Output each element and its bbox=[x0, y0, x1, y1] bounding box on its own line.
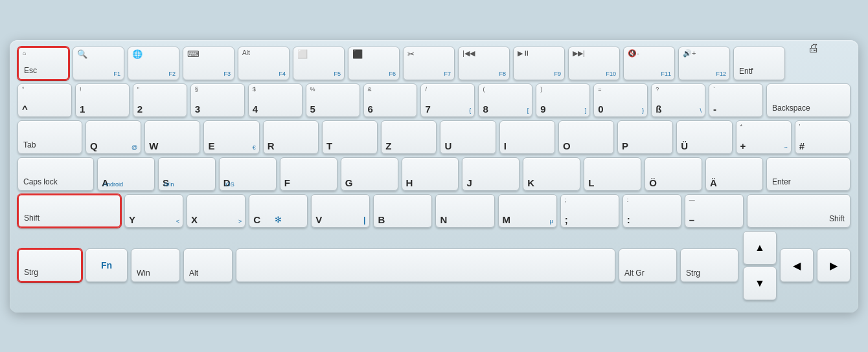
key-6[interactable]: & 6 bbox=[363, 83, 418, 117]
key-f2[interactable]: 🌐 F2 bbox=[128, 47, 179, 80]
key-esc[interactable]: ⌂ Esc bbox=[17, 47, 69, 80]
key-altgr[interactable]: Alt Gr bbox=[619, 248, 677, 282]
key-f12[interactable]: 🔊+ F12 bbox=[678, 47, 730, 80]
key-4[interactable]: $ 4 bbox=[248, 83, 303, 117]
key-win[interactable]: Win bbox=[131, 248, 180, 282]
printer-icon: 🖨 bbox=[808, 41, 819, 55]
function-key-row: ⌂ Esc 🔍 F1 🌐 F2 ⌨ F3 Alt F4 ⬜ F5 ⬛ F6 ✂ bbox=[17, 47, 851, 80]
key-l[interactable]: L bbox=[584, 157, 641, 191]
shift-key-row: Shift < Y > X ✻ C | V B N μ M ; ; bbox=[17, 194, 851, 228]
key-semicolon[interactable]: ; ; bbox=[560, 194, 619, 228]
key-q[interactable]: @ Q bbox=[86, 120, 141, 154]
key-f7[interactable]: ✂ F7 bbox=[403, 47, 455, 80]
key-space[interactable] bbox=[236, 248, 615, 282]
key-sharp-s[interactable]: ? \ ß bbox=[651, 83, 705, 117]
key-tab[interactable]: Tab bbox=[17, 120, 82, 154]
key-r[interactable]: R bbox=[263, 120, 319, 154]
key-strg-left[interactable]: Strg bbox=[17, 248, 82, 282]
key-m[interactable]: μ M bbox=[498, 194, 557, 228]
key-d[interactable]: iOS D bbox=[219, 157, 277, 191]
key-n[interactable]: N bbox=[435, 194, 494, 228]
key-caps-lock[interactable]: Caps lock bbox=[17, 157, 94, 191]
key-alt[interactable]: Alt bbox=[183, 248, 233, 282]
key-f10[interactable]: ▶▶| F10 bbox=[568, 47, 620, 80]
key-t[interactable]: T bbox=[322, 120, 378, 154]
key-entf[interactable]: Entf bbox=[733, 47, 785, 80]
key-oe[interactable]: Ö bbox=[645, 157, 702, 191]
qwerty-key-row: Tab @ Q W € E R T Z U I O P bbox=[17, 120, 851, 154]
key-arrow-down[interactable]: ▼ bbox=[743, 267, 777, 300]
key-e[interactable]: € E bbox=[203, 120, 259, 154]
key-0[interactable]: = } 0 bbox=[593, 83, 648, 117]
key-f8[interactable]: |◀◀ F8 bbox=[458, 47, 510, 80]
key-f[interactable]: F bbox=[280, 157, 337, 191]
key-plus[interactable]: * ~ + bbox=[736, 120, 792, 154]
key-enter[interactable]: Enter bbox=[766, 157, 851, 191]
key-shift-left[interactable]: Shift bbox=[17, 194, 121, 228]
key-y[interactable]: < Y bbox=[124, 194, 183, 228]
key-2[interactable]: " 2 bbox=[133, 83, 187, 117]
key-5[interactable]: % 5 bbox=[306, 83, 360, 117]
key-9[interactable]: ) ] 9 bbox=[536, 83, 590, 117]
key-1[interactable]: ! 1 bbox=[75, 83, 130, 117]
key-f9[interactable]: ▶⏸ F9 bbox=[513, 47, 565, 80]
key-w[interactable]: W bbox=[144, 120, 200, 154]
key-i[interactable]: I bbox=[499, 120, 555, 154]
key-x[interactable]: > X bbox=[187, 194, 246, 228]
key-colon[interactable]: : : bbox=[622, 194, 681, 228]
key-f11[interactable]: 🔇- F11 bbox=[623, 47, 675, 80]
keyboard: 🖨 ⌂ Esc 🔍 F1 🌐 F2 ⌨ F3 Alt F4 ⬜ F5 ⬛ F6 bbox=[10, 40, 858, 313]
key-8[interactable]: ( [ 8 bbox=[478, 83, 532, 117]
key-f3[interactable]: ⌨ F3 bbox=[183, 47, 234, 80]
key-ue[interactable]: Ü bbox=[676, 120, 732, 154]
fn-label: Fn bbox=[101, 260, 112, 270]
key-hash[interactable]: ' # bbox=[795, 120, 851, 154]
key-j[interactable]: J bbox=[462, 157, 520, 191]
key-caret[interactable]: ° ^ bbox=[17, 83, 72, 117]
key-arrow-left[interactable]: ◀ bbox=[780, 248, 814, 282]
key-f1[interactable]: 🔍 F1 bbox=[73, 47, 124, 80]
key-g[interactable]: G bbox=[341, 157, 398, 191]
key-c[interactable]: ✻ C bbox=[249, 194, 308, 228]
key-shift-right[interactable]: Shift bbox=[747, 194, 851, 228]
key-ae[interactable]: Ä bbox=[705, 157, 763, 191]
key-fn[interactable]: Fn bbox=[86, 248, 128, 282]
key-o[interactable]: O bbox=[558, 120, 614, 154]
key-b[interactable]: B bbox=[373, 194, 432, 228]
key-a[interactable]: Android A bbox=[97, 157, 155, 191]
key-strg-right[interactable]: Strg bbox=[680, 248, 738, 282]
key-backspace[interactable]: Backspace bbox=[766, 83, 851, 117]
key-7[interactable]: / { 7 bbox=[420, 83, 475, 117]
key-f6[interactable]: ⬛ F6 bbox=[348, 47, 400, 80]
key-z[interactable]: Z bbox=[381, 120, 437, 154]
key-u[interactable]: U bbox=[440, 120, 496, 154]
key-s[interactable]: Win S bbox=[158, 157, 216, 191]
key-arrow-right[interactable]: ▶ bbox=[817, 248, 851, 282]
key-accent[interactable]: ` - bbox=[709, 83, 763, 117]
key-k[interactable]: K bbox=[523, 157, 580, 191]
home-key-row: Caps lock Android A Win S iOS D F G H J … bbox=[17, 157, 851, 191]
key-v[interactable]: | V bbox=[311, 194, 370, 228]
key-f5[interactable]: ⬜ F5 bbox=[293, 47, 345, 80]
number-key-row: ° ^ ! 1 " 2 § 3 $ 4 % 5 & 6 / { 7 bbox=[17, 83, 851, 117]
key-f4[interactable]: Alt F4 bbox=[238, 47, 290, 80]
key-dash[interactable]: — – bbox=[685, 194, 744, 228]
key-3[interactable]: § 3 bbox=[190, 83, 245, 117]
key-h[interactable]: H bbox=[402, 157, 459, 191]
key-p[interactable]: P bbox=[617, 120, 673, 154]
key-arrow-up[interactable]: ▲ bbox=[743, 231, 777, 265]
bottom-key-row: Strg Fn Win Alt Alt Gr Strg ▲ ▼ ◀ bbox=[17, 231, 851, 300]
